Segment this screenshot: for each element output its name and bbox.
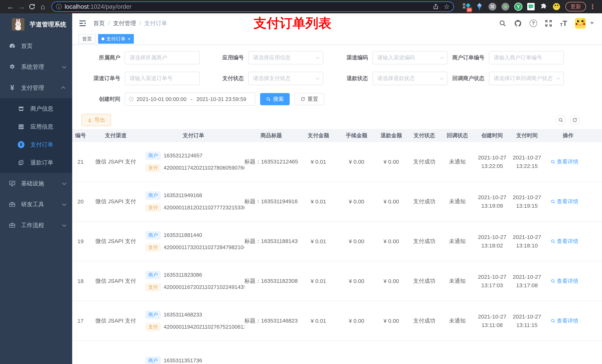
extensions-row: 10 ⌘ Y [462,3,560,11]
filter-row-3: 创建时间 2021-10-01 00:00:00 - 2021-10-31 23… [74,93,602,106]
sidebar-item-system[interactable]: 系统管理 [0,56,72,77]
placeholder-text: 请选择应用信息 [253,54,291,62]
cell-order: 商户1635311351736 [142,357,244,364]
toggle-search-button[interactable] [556,115,566,125]
merchant-order-no-input[interactable]: 请输入商户订单编号 [489,51,564,64]
col-fee: 手续金额 [339,132,374,139]
refresh-table-button[interactable] [570,115,580,125]
breadcrumb-payment[interactable]: 支付管理 [113,20,136,27]
pay-status-select[interactable]: 请选择支付状态 [248,72,323,85]
screen: ← → ⌂ localhost:1024/pay/order ☆ 10 [0,0,602,364]
filter-label: 渠道编码 [327,54,372,62]
notify-status-select[interactable]: 请选择订单回调商户状态 [489,72,564,85]
extensions-puzzle-icon[interactable] [539,3,548,11]
view-detail-label: 查看详情 [557,238,578,245]
table-setting-buttons [556,115,580,125]
channel-code-select[interactable]: 请输入渠道编码 [372,51,447,64]
filter-label: 渠道订单号 [74,75,125,82]
font-size-icon[interactable]: TT [560,20,567,27]
browser-menu-icon[interactable]: ⋮ [588,3,598,10]
browser-forward-icon[interactable]: → [16,3,27,11]
extension-diamond-icon[interactable]: 10 [462,3,471,11]
chevron-down-icon [62,181,66,185]
cell-pay-time: 2021-10-2713:22:15 [510,153,544,170]
fullscreen-icon[interactable] [545,20,552,27]
merchant-tag: 商户 [146,191,161,199]
browser-home-icon[interactable]: ⌂ [37,3,48,11]
date: 2021-10-27 [510,312,544,321]
top-navbar: 首页 / 支付管理 / 支付订单 支付订单列表 ? [72,13,602,33]
view-detail-link[interactable]: 查看详情 [550,198,586,205]
help-icon[interactable]: ? [530,20,537,27]
sidebar-item-dev-tools[interactable]: 研发工具 [0,194,72,215]
browser-reload-icon[interactable] [27,3,37,10]
avatar[interactable] [575,18,586,29]
tag-pay-order[interactable]: 支付订单 × [98,34,134,44]
extension-balloon-icon[interactable] [475,3,484,11]
view-detail-link[interactable]: 查看详情 [550,158,586,166]
placeholder-text: 请选择订单回调商户状态 [494,75,553,82]
time: 13:18:10 [510,241,544,250]
sidebar-item-pay-order[interactable]: ¥ 支付订单 [0,135,72,154]
sidebar-item-label: 研发工具 [21,200,62,208]
date: 2021-10-27 [510,273,544,281]
filter-channel-order-no: 渠道订单号 请输入渠道订单号 [74,72,200,85]
date-range-separator: - [191,96,192,102]
breadcrumb-home[interactable]: 首页 [93,20,105,27]
yen-glyph: ¥ [18,141,24,148]
cell-fee: ¥ 0.00 [339,198,374,205]
extension-y-icon[interactable]: Y [514,3,522,11]
sidebar-item-payment[interactable]: ¥ 支付管理 [0,77,72,98]
sidebar-item-refund-order[interactable]: 退款订单 [0,154,72,171]
cell-id: 17 [72,318,89,324]
search-button[interactable]: 搜索 [260,93,290,105]
export-button[interactable]: 导出 [81,114,111,126]
extension-emoji-icon[interactable] [552,3,560,11]
avatar-caret-icon[interactable] [590,22,594,24]
channel-order-no-input[interactable]: 请输入渠道订单号 [125,72,200,85]
sidebar-item-workflow[interactable]: 工作流程 [0,215,72,236]
export-button-label: 导出 [94,116,105,124]
browser-back-icon[interactable]: ← [5,3,16,11]
bookmark-star-icon[interactable]: ☆ [444,3,450,10]
github-icon[interactable] [514,20,522,27]
merchant-order-no: 1635311949168 [164,192,202,198]
share-icon[interactable] [433,3,439,10]
cell-refund: ¥ 0.00 [374,159,408,165]
sidebar-item-label: 支付订单 [30,141,53,148]
extension-command-icon[interactable]: ⌘ [488,3,496,11]
browser-update-button[interactable]: 更新 [565,2,586,11]
sidebar-item-home[interactable]: 首页 [0,35,72,56]
extension-chat-icon[interactable] [527,3,535,10]
active-dot [101,37,104,40]
refund-status-select[interactable]: 请选择退款状态 [372,72,447,85]
search-button-label: 搜索 [273,95,284,103]
view-detail-link[interactable]: 查看详情 [550,277,586,285]
tag-close-icon[interactable]: × [128,36,130,42]
col-pay-time: 支付时间 [510,132,544,139]
cell-pay-time: 2021-10-2713:17:08 [510,273,544,290]
app-select[interactable]: 请选择应用信息 [248,51,323,64]
font-big-glyph: T [563,20,567,27]
reset-button[interactable]: 重置 [294,93,324,105]
site-info-icon[interactable] [56,4,62,10]
page-content: 所属商户 请选择所属商户 应用编号 请选择应用信息 渠道编码 [72,45,602,364]
sidebar-item-app-info[interactable]: 应用信息 [0,118,72,135]
cell-notify: 未通知 [441,198,474,205]
search-icon[interactable] [499,20,506,27]
filter-app: 应用编号 请选择应用信息 [204,51,323,64]
date: 2021-10-27 [474,193,510,202]
cell-channel: 微信 JSAPI 支付 [89,317,142,325]
extension-dot-icon[interactable] [501,3,509,11]
tag-home[interactable]: 首页 [78,34,96,44]
sidebar-item-infrastructure[interactable]: 基础设施 [0,173,72,194]
view-detail-link[interactable]: 查看详情 [550,317,586,325]
sidebar-item-merchant-info[interactable]: 商户信息 [0,100,72,118]
time: 13:19:09 [474,202,510,210]
grid-icon [18,123,24,130]
view-detail-link[interactable]: 查看详情 [550,238,586,245]
url-bar[interactable]: localhost:1024/pay/order ☆ [52,1,454,12]
merchant-select[interactable]: 请选择所属商户 [125,51,200,64]
create-time-range-picker[interactable]: 2021-10-01 00:00:00 - 2021-10-31 23:59:5… [125,93,255,106]
sidebar-collapse-icon[interactable] [78,19,87,27]
